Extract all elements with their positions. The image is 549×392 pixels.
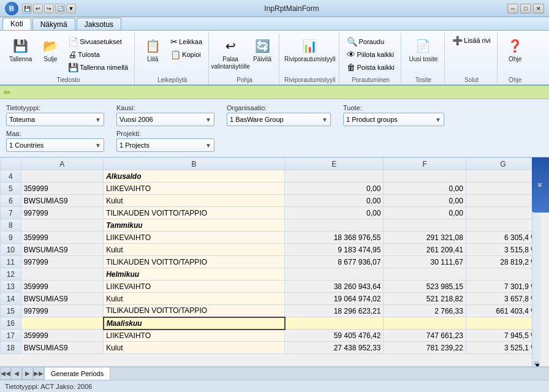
- cell-a[interactable]: 359999: [21, 232, 104, 244]
- cell-e[interactable]: 38 260 943,64: [285, 281, 384, 293]
- maximize-btn[interactable]: □: [520, 4, 531, 13]
- ohje-button[interactable]: ❓ Ohje: [502, 34, 528, 65]
- refresh-btn[interactable]: 🔄: [55, 4, 65, 13]
- cell-f[interactable]: 0,00: [384, 183, 466, 195]
- cell-a[interactable]: 359999: [21, 330, 104, 342]
- col-b-header[interactable]: B: [104, 158, 285, 170]
- cell-b[interactable]: LIIKEVAIHTO: [104, 330, 285, 342]
- palaa-button[interactable]: ↩ Palaa valintanäytölle: [214, 34, 247, 72]
- cell-f[interactable]: 291 321,08: [384, 232, 466, 244]
- cell-e[interactable]: 0,00: [285, 195, 384, 207]
- kopioi-button[interactable]: 📋 Kopioi: [168, 48, 205, 61]
- cell-a[interactable]: 359999: [21, 281, 104, 293]
- cell-e[interactable]: 59 405 476,42: [285, 330, 384, 342]
- close-btn[interactable]: ✕: [533, 4, 544, 13]
- cell-e[interactable]: 0,00: [285, 183, 384, 195]
- paivita-button[interactable]: 🔄 Päivitä: [249, 34, 275, 65]
- cell-g[interactable]: [466, 317, 540, 330]
- col-f-header[interactable]: F: [384, 158, 466, 170]
- cell-g[interactable]: 661 403,4 %: [466, 305, 540, 317]
- cell-b[interactable]: Tammikuu: [104, 219, 285, 232]
- cell-f[interactable]: [384, 219, 466, 232]
- maa-select[interactable]: 1 Countries ▼: [6, 138, 104, 152]
- cell-f[interactable]: 261 209,41: [384, 244, 466, 256]
- sheet-tab-generate-periods[interactable]: Generate Periods: [44, 367, 110, 380]
- cell-b[interactable]: Kulut: [104, 342, 285, 354]
- riviporautumistyyli-button[interactable]: 📊 Riviporautumistyyli: [290, 34, 330, 65]
- cell-g[interactable]: 6 305,4 %: [466, 232, 540, 244]
- cell-a[interactable]: [21, 317, 104, 330]
- cell-f[interactable]: 521 218,82: [384, 293, 466, 305]
- cell-g[interactable]: [466, 219, 540, 232]
- cell-e[interactable]: 27 438 952,33: [285, 342, 384, 354]
- cell-a[interactable]: BWSUMIAS9: [21, 342, 104, 354]
- cell-b[interactable]: LIIKEVAIHTO: [104, 232, 285, 244]
- cell-a[interactable]: BWSUMIAS9: [21, 244, 104, 256]
- tab-nakyma[interactable]: Näkymä: [32, 18, 75, 30]
- cell-f[interactable]: 30 111,67: [384, 256, 466, 268]
- leikkaa-button[interactable]: ✂ Leikkaa: [168, 36, 205, 48]
- cell-g[interactable]: [466, 170, 540, 183]
- cell-a[interactable]: BWSUMIAS9: [21, 293, 104, 305]
- tallenna-nimella-button[interactable]: 💾 Tallenna nimellä: [66, 61, 131, 74]
- cell-g[interactable]: [466, 268, 540, 281]
- cell-e[interactable]: 19 064 974,02: [285, 293, 384, 305]
- cell-a[interactable]: 997999: [21, 207, 104, 219]
- cell-e[interactable]: [285, 268, 384, 281]
- cell-b[interactable]: TILIKAUDEN VOITTO/TAPPIO: [104, 305, 285, 317]
- kausi-select[interactable]: Vuosi 2006 ▼: [116, 113, 214, 126]
- save-quick-btn[interactable]: 💾: [22, 4, 32, 13]
- tallenna-button[interactable]: 💾 Tallenna: [6, 34, 35, 65]
- cell-f[interactable]: 0,00: [384, 195, 466, 207]
- cell-b[interactable]: Helmikuu: [104, 268, 285, 281]
- cell-e[interactable]: 0,00: [285, 207, 384, 219]
- cell-g[interactable]: [466, 195, 540, 207]
- sivuasetukset-button[interactable]: 📄 Sivuasetukset: [66, 36, 131, 48]
- tulosta-button[interactable]: 🖨 Tulosta: [66, 48, 131, 61]
- cell-g[interactable]: 7 945,5 %: [466, 330, 540, 342]
- cell-g[interactable]: 7 301,9 %: [466, 281, 540, 293]
- cell-a[interactable]: [21, 219, 104, 232]
- cell-g[interactable]: 3 515,8 %: [466, 244, 540, 256]
- cell-e[interactable]: 18 296 623,21: [285, 305, 384, 317]
- cell-e[interactable]: [285, 170, 384, 183]
- cell-a[interactable]: BWSUMIAS9: [21, 195, 104, 207]
- cell-e[interactable]: [285, 219, 384, 232]
- lisaa-rivi-button[interactable]: ➕ Lisää rivi: [450, 34, 493, 47]
- cell-f[interactable]: 523 985,15: [384, 281, 466, 293]
- piilota-kaikki-button[interactable]: 👁 Piilota kaikki: [344, 48, 396, 61]
- tuote-select[interactable]: 1 Product groups ▼: [343, 113, 444, 126]
- more-btn[interactable]: ▼: [66, 4, 76, 13]
- redo-btn[interactable]: ↪: [44, 4, 54, 13]
- cell-a[interactable]: [21, 268, 104, 281]
- cell-b[interactable]: Kulut: [104, 195, 285, 207]
- cell-e[interactable]: 8 677 936,07: [285, 256, 384, 268]
- cell-a[interactable]: [21, 170, 104, 183]
- cell-g[interactable]: 3 657,8 %: [466, 293, 540, 305]
- spreadsheet-wrapper[interactable]: A B E F G 4Alkusaldo5359999LIIKEVAIHTO0,…: [0, 157, 540, 366]
- collapse-panel[interactable]: »: [532, 157, 549, 213]
- tab-jaksotus[interactable]: Jaksotus: [77, 18, 121, 30]
- cell-f[interactable]: [384, 268, 466, 281]
- poraudu-button[interactable]: 🔍 Poraudu: [344, 36, 396, 48]
- tab-koti[interactable]: Koti: [2, 18, 31, 30]
- cell-b[interactable]: LIIKEVAIHTO: [104, 183, 285, 195]
- cell-f[interactable]: [384, 170, 466, 183]
- cell-f[interactable]: 0,00: [384, 207, 466, 219]
- cell-a[interactable]: 997999: [21, 305, 104, 317]
- tab-last-btn[interactable]: ▶▶: [33, 367, 44, 380]
- tietotyyppi-select[interactable]: Toteuma ▼: [6, 113, 104, 126]
- cell-g[interactable]: 28 819,2 %: [466, 256, 540, 268]
- cell-g[interactable]: [466, 207, 540, 219]
- tab-prev-btn[interactable]: ◀: [11, 367, 22, 380]
- cell-g[interactable]: 3 525,1 %: [466, 342, 540, 354]
- cell-f[interactable]: 747 661,23: [384, 330, 466, 342]
- cell-g[interactable]: [466, 183, 540, 195]
- cell-e[interactable]: 18 368 976,55: [285, 232, 384, 244]
- tab-first-btn[interactable]: ◀◀: [0, 367, 11, 380]
- cell-b[interactable]: LIIKEVAIHTO: [104, 281, 285, 293]
- projekti-select[interactable]: 1 Projects ▼: [116, 138, 214, 152]
- col-a-header[interactable]: A: [21, 158, 104, 170]
- sulje-button[interactable]: 📂 Sulje: [37, 34, 63, 65]
- cell-b[interactable]: Kulut: [104, 244, 285, 256]
